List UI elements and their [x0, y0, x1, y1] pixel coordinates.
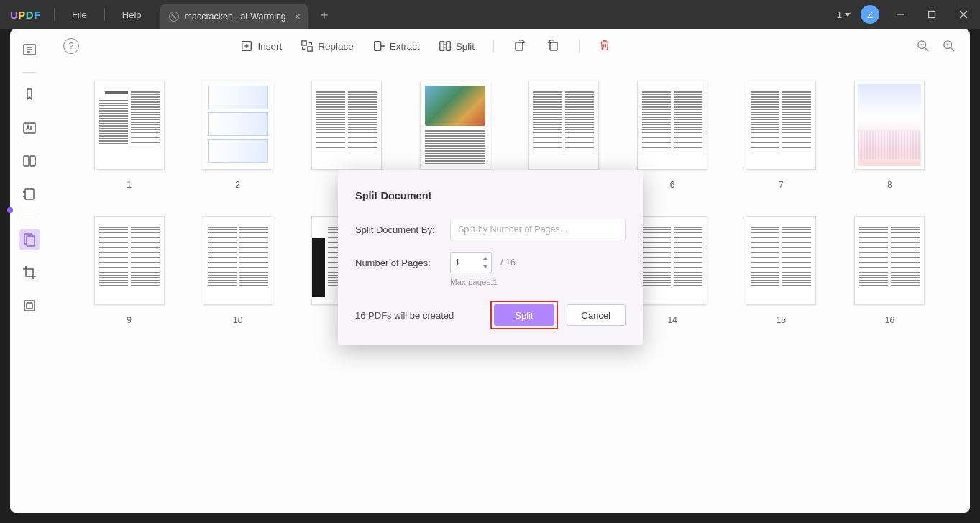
page-thumbnail[interactable]: 2: [201, 81, 275, 190]
svg-rect-1: [929, 12, 935, 18]
tab-close-icon[interactable]: ×: [295, 11, 301, 22]
organize-pages-icon[interactable]: [19, 229, 40, 250]
svg-line-33: [951, 48, 955, 52]
thumb-image: [637, 81, 707, 170]
svg-rect-11: [25, 189, 34, 199]
split-confirm-button[interactable]: Split: [494, 304, 554, 326]
zoom-in-icon[interactable]: [943, 40, 956, 53]
extract-button[interactable]: Extract: [372, 40, 420, 53]
title-bar: UPDF File Help maccracken...al-Warming ×…: [0, 0, 980, 29]
form-icon[interactable]: [19, 150, 40, 172]
thumb-image: [311, 81, 382, 170]
num-pages-label: Number of Pages:: [355, 258, 441, 268]
thumb-label: 2: [235, 180, 240, 190]
svg-rect-24: [440, 42, 444, 51]
rotate-left-icon[interactable]: [513, 38, 527, 55]
svg-rect-21: [302, 41, 306, 45]
page-number: 1: [837, 9, 842, 20]
page-thumbnail[interactable]: 16: [853, 216, 927, 325]
dialog-title: Split Document: [355, 190, 626, 201]
annotation-icon[interactable]: [19, 84, 40, 106]
thumb-image: [528, 81, 599, 170]
page-thumbnail[interactable]: 6: [636, 81, 710, 190]
num-value: 1: [455, 258, 460, 268]
max-pages-hint: Max pages:1: [450, 278, 626, 286]
maximize-button[interactable]: [921, 4, 943, 25]
split-button[interactable]: Split: [439, 40, 475, 53]
split-by-label: Split Document By:: [355, 224, 441, 235]
thumb-image: [420, 81, 490, 170]
svg-rect-16: [24, 301, 35, 311]
app-logo: UPDF: [0, 9, 51, 21]
page-thumbnail[interactable]: 7: [744, 81, 818, 190]
rotate-right-icon[interactable]: [546, 38, 560, 55]
thumb-label: 10: [233, 315, 242, 325]
page-thumbnail[interactable]: 9: [92, 216, 166, 325]
cancel-button[interactable]: Cancel: [567, 304, 626, 326]
tab-title: maccracken...al-Warming: [185, 12, 286, 22]
thumb-image: [854, 81, 925, 170]
svg-rect-8: [24, 123, 35, 133]
help-icon[interactable]: ?: [63, 38, 79, 54]
chevron-down-icon: [845, 13, 851, 17]
svg-rect-28: [550, 42, 557, 50]
split-dialog: Split Document Split Document By: Split …: [338, 170, 643, 345]
thumb-label: 9: [127, 315, 132, 325]
thumb-image: [94, 216, 165, 305]
total-pages: / 16: [500, 258, 516, 268]
extract-label: Extract: [390, 41, 420, 52]
edit-text-icon[interactable]: [19, 117, 40, 139]
menu-help[interactable]: Help: [108, 0, 156, 29]
tab-doc-icon: [169, 12, 179, 22]
menu-file[interactable]: File: [58, 0, 101, 29]
svg-rect-22: [308, 47, 312, 51]
reader-mode-icon[interactable]: [19, 39, 40, 60]
thumb-image: [746, 81, 816, 170]
thumb-image: [854, 216, 925, 305]
page-thumbnail[interactable]: 14: [636, 216, 710, 325]
thumb-image: [94, 81, 165, 170]
user-avatar[interactable]: Z: [861, 5, 879, 24]
thumb-label: 8: [887, 180, 892, 190]
page-thumbnail[interactable]: 1: [92, 81, 166, 190]
page-thumbnail[interactable]: 10: [201, 216, 275, 325]
svg-rect-25: [447, 42, 450, 51]
ocr-icon[interactable]: [19, 183, 40, 205]
svg-rect-17: [27, 303, 32, 309]
zoom-out-icon[interactable]: [917, 40, 930, 53]
split-label: Split: [456, 41, 475, 52]
thumb-label: 15: [777, 315, 786, 325]
page-thumbnail[interactable]: 15: [744, 216, 818, 325]
page-indicator[interactable]: 1: [837, 9, 851, 20]
svg-rect-15: [27, 236, 35, 246]
minimize-button[interactable]: [889, 4, 911, 25]
page-thumbnail[interactable]: 8: [853, 81, 927, 190]
thumb-label: 16: [885, 315, 894, 325]
sidebar: [10, 29, 49, 513]
highlight-annotation: Split: [490, 301, 557, 329]
num-pages-input[interactable]: 1: [450, 252, 492, 273]
thumb-image: [203, 216, 273, 305]
thumb-image: [637, 216, 707, 305]
thumb-label: 7: [779, 180, 784, 190]
svg-rect-9: [24, 156, 29, 166]
new-tab-button[interactable]: ＋: [308, 6, 341, 23]
thumb-label: 1: [127, 180, 132, 190]
watermark-icon[interactable]: [19, 295, 40, 317]
thumb-image: [203, 81, 273, 170]
delete-icon[interactable]: [598, 39, 611, 54]
thumb-label: 6: [670, 180, 675, 190]
svg-rect-23: [374, 42, 380, 51]
crop-icon[interactable]: [19, 262, 40, 283]
insert-label: Insert: [257, 41, 282, 52]
insert-button[interactable]: Insert: [240, 40, 282, 53]
replace-button[interactable]: Replace: [301, 40, 354, 53]
spinner[interactable]: [481, 254, 490, 271]
document-tab[interactable]: maccracken...al-Warming ×: [160, 4, 308, 29]
split-by-select[interactable]: Split by Number of Pages...: [450, 219, 626, 240]
pdf-count-info: 16 PDFs will be created: [355, 310, 454, 321]
close-window-button[interactable]: [953, 4, 974, 25]
thumb-label: 14: [668, 315, 677, 325]
replace-label: Replace: [318, 41, 354, 52]
svg-rect-10: [30, 156, 35, 166]
